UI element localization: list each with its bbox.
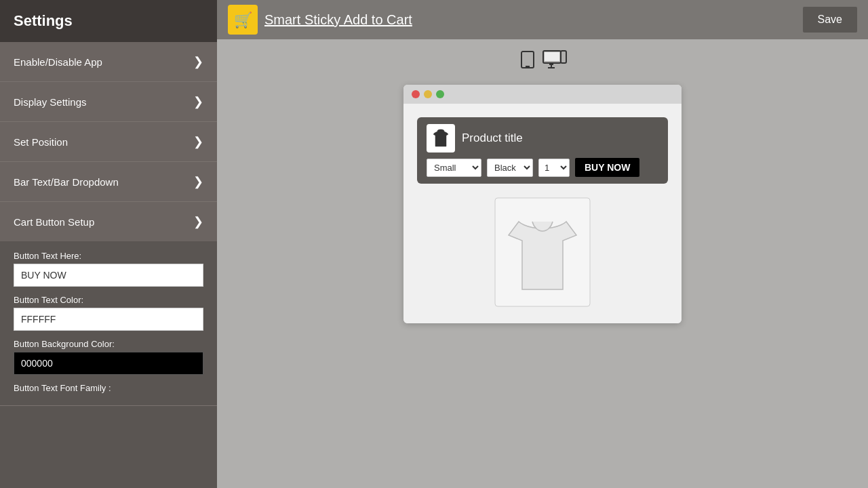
- accordion-set-position: Set Position ❯: [0, 122, 217, 162]
- accordion-label-bar-text: Bar Text/Bar Dropdown: [14, 176, 119, 188]
- browser-content: Product title Small Medium Large Black W…: [403, 104, 682, 323]
- chevron-icon-enable-disable: ❯: [193, 54, 203, 69]
- svg-text:🛒: 🛒: [234, 11, 253, 29]
- accordion-header-set-position[interactable]: Set Position ❯: [0, 122, 217, 161]
- button-text-field-group: Button Text Here:: [14, 251, 203, 287]
- sidebar-title: Settings: [0, 0, 217, 42]
- browser-dot-yellow: [424, 90, 432, 98]
- svg-rect-6: [545, 52, 559, 61]
- sticky-bar-top: Product title: [427, 124, 658, 152]
- accordion-header-display-settings[interactable]: Display Settings ❯: [0, 82, 217, 121]
- accordion-label-enable-disable: Enable/Disable App: [14, 56, 102, 68]
- tshirt-image: [492, 195, 593, 310]
- topbar: 🛒 Smart Sticky Add to Cart Save: [217, 0, 868, 39]
- button-text-color-label: Button Text Color:: [14, 295, 203, 305]
- accordion-display-settings: Display Settings ❯: [0, 82, 217, 122]
- app-title-text: Smart Sticky Add to Cart: [264, 12, 412, 28]
- accordion-label-display-settings: Display Settings: [14, 96, 87, 108]
- mobile-icon[interactable]: [518, 50, 537, 74]
- chevron-icon-display-settings: ❯: [193, 94, 203, 109]
- button-bg-color-input[interactable]: [14, 352, 203, 375]
- button-font-family-field-group: Button Text Font Family :: [14, 383, 203, 396]
- svg-rect-2: [521, 52, 534, 68]
- accordion-enable-disable: Enable/Disable App ❯: [0, 42, 217, 82]
- accordion-label-set-position: Set Position: [14, 136, 68, 148]
- button-bg-color-field-group: Button Background Color:: [14, 339, 203, 375]
- accordion-header-bar-text[interactable]: Bar Text/Bar Dropdown ❯: [0, 162, 217, 201]
- app-icon: 🛒: [228, 5, 258, 35]
- button-text-input[interactable]: [14, 264, 203, 287]
- accordion-cart-button: Cart Button Setup ❯ Button Text Here: Bu…: [0, 202, 217, 406]
- chevron-icon-set-position: ❯: [193, 134, 203, 149]
- cart-button-content: Button Text Here: Button Text Color: But…: [0, 241, 217, 405]
- chevron-icon-cart-button: ❯: [193, 214, 203, 229]
- qty-select[interactable]: 1 2 3: [538, 159, 570, 177]
- browser-dot-red: [412, 90, 420, 98]
- button-text-color-field-group: Button Text Color:: [14, 295, 203, 331]
- sidebar: Settings Enable/Disable App ❯ Display Se…: [0, 0, 217, 488]
- accordion-header-cart-button[interactable]: Cart Button Setup ❯: [0, 202, 217, 241]
- sticky-bar: Product title Small Medium Large Black W…: [417, 117, 668, 184]
- device-icons: [518, 50, 567, 74]
- color-select[interactable]: Black White Red: [487, 159, 533, 177]
- button-font-family-label: Button Text Font Family :: [14, 383, 203, 393]
- button-text-color-input[interactable]: [14, 308, 203, 331]
- accordion-header-enable-disable[interactable]: Enable/Disable App ❯: [0, 42, 217, 81]
- sticky-bar-bottom: Small Medium Large Black White Red 1 2: [427, 158, 658, 177]
- browser-topbar: [403, 85, 682, 104]
- app-title-area: 🛒 Smart Sticky Add to Cart: [228, 5, 412, 35]
- accordion-bar-text: Bar Text/Bar Dropdown ❯: [0, 162, 217, 202]
- svg-rect-5: [561, 51, 566, 63]
- product-thumbnail: [427, 124, 455, 152]
- accordion-label-cart-button: Cart Button Setup: [14, 216, 94, 228]
- buy-now-button[interactable]: BUY NOW: [575, 158, 639, 177]
- chevron-icon-bar-text: ❯: [193, 174, 203, 189]
- browser-dot-green: [436, 90, 444, 98]
- preview-area: Product title Small Medium Large Black W…: [217, 39, 868, 488]
- button-bg-color-label: Button Background Color:: [14, 339, 203, 349]
- size-select[interactable]: Small Medium Large: [427, 159, 481, 177]
- desktop-icon[interactable]: [542, 50, 567, 74]
- product-title-text: Product title: [462, 131, 523, 145]
- browser-mockup: Product title Small Medium Large Black W…: [403, 85, 682, 323]
- save-button[interactable]: Save: [803, 7, 857, 33]
- button-text-label: Button Text Here:: [14, 251, 203, 261]
- main-content: 🛒 Smart Sticky Add to Cart Save: [217, 0, 868, 488]
